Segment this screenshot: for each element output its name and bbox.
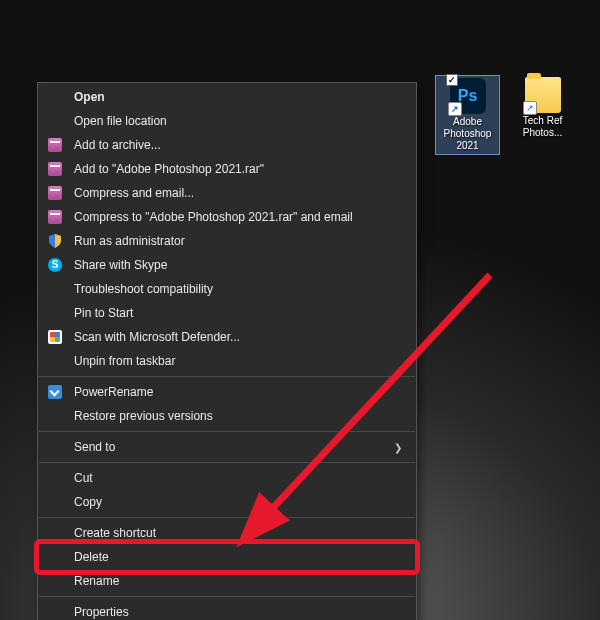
desktop-icons-area: Ps ✓ ↗ Adobe Photoshop 2021 ↗ Tech Ref P… [435,75,575,155]
winrar-icon [48,138,62,152]
menu-item-label: Pin to Start [74,306,402,320]
blank-icon [46,604,64,620]
menu-item-troubleshoot-compatibility[interactable]: Troubleshoot compatibility [38,277,416,301]
menu-item-add-to-archive[interactable]: Add to archive... [38,133,416,157]
powerrename-icon [46,384,64,400]
menu-item-label: Add to archive... [74,138,402,152]
blank-icon [46,439,64,455]
menu-item-label: Open file location [74,114,402,128]
menu-item-label: Scan with Microsoft Defender... [74,330,402,344]
winrar-icon [46,185,64,201]
menu-separator [39,462,415,463]
context-menu: OpenOpen file locationAdd to archive...A… [37,82,417,620]
menu-item-scan-with-microsoft-defender[interactable]: Scan with Microsoft Defender... [38,325,416,349]
blank-icon [46,89,64,105]
shortcut-arrow-icon: ↗ [448,102,462,116]
menu-item-send-to[interactable]: Send to❯ [38,435,416,459]
selection-checkbox-icon: ✓ [446,74,458,86]
desktop[interactable]: Ps ✓ ↗ Adobe Photoshop 2021 ↗ Tech Ref P… [0,0,600,620]
menu-item-restore-previous-versions[interactable]: Restore previous versions [38,404,416,428]
menu-item-label: Compress to "Adobe Photoshop 2021.rar" a… [74,210,402,224]
menu-separator [39,376,415,377]
menu-item-properties[interactable]: Properties [38,600,416,620]
menu-item-label: Send to [74,440,394,454]
menu-item-label: Delete [74,550,402,564]
desktop-icon-adobe-photoshop[interactable]: Ps ✓ ↗ Adobe Photoshop 2021 [435,75,500,155]
winrar-icon [46,209,64,225]
menu-item-compress-to-adobe-photoshop-2021-rar-and-email[interactable]: Compress to "Adobe Photoshop 2021.rar" a… [38,205,416,229]
menu-item-pin-to-start[interactable]: Pin to Start [38,301,416,325]
blank-icon [46,281,64,297]
menu-item-label: Troubleshoot compatibility [74,282,402,296]
blank-icon [46,408,64,424]
menu-separator [39,596,415,597]
winrar-icon [48,186,62,200]
blank-icon [46,353,64,369]
blank-icon [46,494,64,510]
blank-icon [46,305,64,321]
menu-item-compress-and-email[interactable]: Compress and email... [38,181,416,205]
menu-item-label: Restore previous versions [74,409,402,423]
defender-icon [48,330,62,344]
menu-item-label: Create shortcut [74,526,402,540]
menu-item-label: Open [74,90,402,104]
menu-item-label: Copy [74,495,402,509]
blank-icon [46,549,64,565]
blank-icon [46,525,64,541]
menu-item-unpin-from-taskbar[interactable]: Unpin from taskbar [38,349,416,373]
shield-icon [46,233,64,249]
winrar-icon [48,210,62,224]
menu-item-open[interactable]: Open [38,85,416,109]
blank-icon [46,113,64,129]
menu-item-label: Add to "Adobe Photoshop 2021.rar" [74,162,402,176]
shortcut-arrow-icon: ↗ [523,101,537,115]
blank-icon [46,470,64,486]
menu-item-create-shortcut[interactable]: Create shortcut [38,521,416,545]
menu-item-label: Cut [74,471,402,485]
menu-item-label: Rename [74,574,402,588]
menu-item-rename[interactable]: Rename [38,569,416,593]
menu-item-label: Unpin from taskbar [74,354,402,368]
menu-separator [39,517,415,518]
defender-icon [46,329,64,345]
winrar-icon [46,161,64,177]
menu-item-run-as-administrator[interactable]: Run as administrator [38,229,416,253]
menu-item-delete[interactable]: Delete [38,545,416,569]
menu-item-label: Compress and email... [74,186,402,200]
skype-icon: S [48,258,62,272]
blank-icon [46,573,64,589]
folder-icon: ↗ [525,77,561,113]
menu-item-cut[interactable]: Cut [38,466,416,490]
desktop-icon-label: Adobe Photoshop 2021 [438,116,497,152]
skype-icon: S [46,257,64,273]
desktop-icon-tech-ref[interactable]: ↗ Tech Ref Photos... [510,75,575,155]
desktop-icon-label: Tech Ref Photos... [512,115,573,139]
shield-icon [49,234,61,248]
photoshop-icon: Ps ✓ ↗ [450,78,486,114]
winrar-icon [46,137,64,153]
menu-item-label: PowerRename [74,385,402,399]
menu-item-powerrename[interactable]: PowerRename [38,380,416,404]
menu-separator [39,431,415,432]
menu-item-label: Share with Skype [74,258,402,272]
menu-item-share-with-skype[interactable]: SShare with Skype [38,253,416,277]
winrar-icon [48,162,62,176]
submenu-arrow-icon: ❯ [394,442,402,453]
powerrename-icon [48,385,62,399]
menu-item-add-to-adobe-photoshop-2021-rar[interactable]: Add to "Adobe Photoshop 2021.rar" [38,157,416,181]
menu-item-open-file-location[interactable]: Open file location [38,109,416,133]
menu-item-copy[interactable]: Copy [38,490,416,514]
menu-item-label: Run as administrator [74,234,402,248]
menu-item-label: Properties [74,605,402,619]
